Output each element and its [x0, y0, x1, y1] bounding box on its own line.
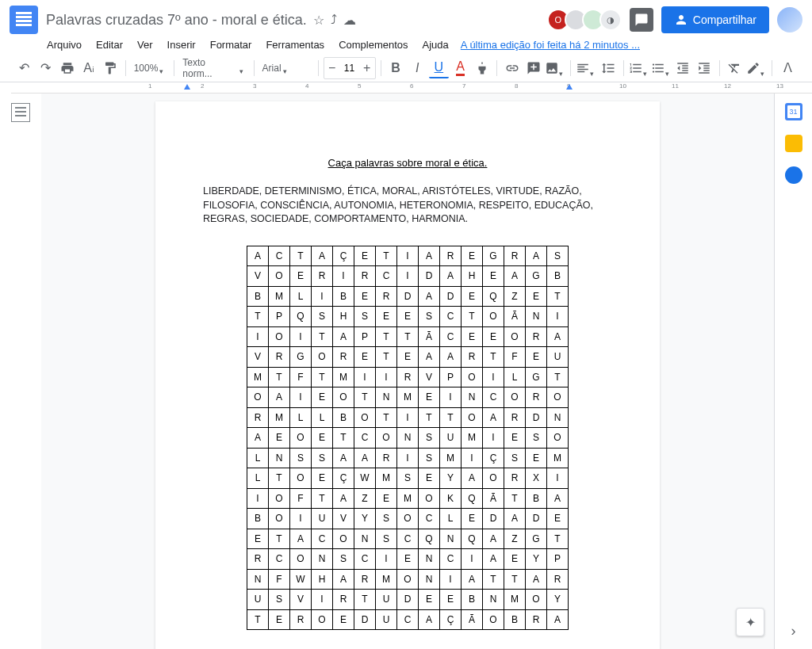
grid-cell[interactable]: S: [376, 529, 397, 549]
grid-cell[interactable]: R: [376, 286, 397, 307]
grid-cell[interactable]: C: [312, 529, 333, 549]
grid-cell[interactable]: T: [333, 428, 354, 449]
highlight-button[interactable]: [472, 58, 492, 78]
grid-cell[interactable]: A: [333, 448, 354, 468]
grid-cell[interactable]: I: [483, 367, 504, 387]
grid-cell[interactable]: E: [483, 326, 504, 347]
grid-cell[interactable]: O: [376, 428, 397, 449]
grid-cell[interactable]: O: [504, 326, 526, 347]
grid-cell[interactable]: V: [419, 367, 440, 387]
document-heading[interactable]: Caça palavras sobre moral e ética.: [203, 157, 612, 169]
grid-cell[interactable]: F: [504, 347, 526, 368]
grid-cell[interactable]: N: [247, 569, 269, 590]
grid-cell[interactable]: I: [312, 286, 333, 307]
grid-cell[interactable]: L: [504, 367, 526, 387]
grid-cell[interactable]: G: [483, 246, 504, 266]
grid-cell[interactable]: I: [397, 448, 419, 468]
grid-cell[interactable]: C: [354, 428, 376, 449]
grid-cell[interactable]: Z: [504, 529, 526, 549]
grid-cell[interactable]: S: [290, 448, 312, 468]
grid-cell[interactable]: M: [440, 448, 462, 468]
grid-cell[interactable]: P: [269, 307, 290, 327]
grid-cell[interactable]: I: [462, 448, 483, 468]
grid-cell[interactable]: G: [290, 347, 312, 368]
docs-logo-icon[interactable]: [10, 6, 38, 34]
grid-cell[interactable]: E: [504, 428, 526, 449]
grid-cell[interactable]: Q: [290, 307, 312, 327]
grid-cell[interactable]: E: [440, 590, 462, 610]
grid-cell[interactable]: O: [547, 428, 569, 449]
grid-cell[interactable]: A: [290, 529, 312, 549]
grid-cell[interactable]: Ç: [440, 609, 462, 630]
grid-cell[interactable]: O: [269, 488, 290, 509]
grid-cell[interactable]: M: [462, 428, 483, 449]
grid-cell[interactable]: E: [419, 468, 440, 489]
grid-cell[interactable]: A: [247, 428, 269, 449]
grid-cell[interactable]: D: [397, 590, 419, 610]
grid-cell[interactable]: B: [333, 407, 354, 428]
grid-cell[interactable]: A: [312, 246, 333, 266]
grid-cell[interactable]: D: [440, 286, 462, 307]
grid-cell[interactable]: T: [269, 468, 290, 489]
grid-cell[interactable]: O: [483, 307, 504, 327]
grid-cell[interactable]: E: [312, 387, 333, 408]
bold-button[interactable]: B: [386, 58, 406, 78]
grid-cell[interactable]: I: [290, 387, 312, 408]
grid-cell[interactable]: Z: [504, 286, 526, 307]
grid-cell[interactable]: I: [312, 590, 333, 610]
line-spacing-button[interactable]: [598, 58, 618, 78]
grid-cell[interactable]: X: [526, 468, 547, 489]
grid-cell[interactable]: R: [526, 609, 547, 630]
grid-cell[interactable]: A: [354, 448, 376, 468]
grid-cell[interactable]: U: [440, 428, 462, 449]
grid-cell[interactable]: Q: [462, 529, 483, 549]
grid-cell[interactable]: M: [269, 407, 290, 428]
grid-cell[interactable]: A: [547, 326, 569, 347]
grid-cell[interactable]: I: [440, 569, 462, 590]
share-button[interactable]: Compartilhar: [661, 6, 769, 33]
grid-cell[interactable]: N: [354, 529, 376, 549]
grid-cell[interactable]: E: [462, 326, 483, 347]
grid-cell[interactable]: O: [462, 407, 483, 428]
grid-cell[interactable]: I: [290, 326, 312, 347]
grid-cell[interactable]: N: [269, 448, 290, 468]
grid-cell[interactable]: L: [290, 407, 312, 428]
grid-cell[interactable]: E: [526, 448, 547, 468]
cloud-status-icon[interactable]: ☁: [343, 13, 356, 28]
grid-cell[interactable]: Ã: [462, 609, 483, 630]
spellcheck-button[interactable]: Aᵢ: [79, 58, 98, 78]
grid-cell[interactable]: N: [547, 407, 569, 428]
hide-sidebar-button[interactable]: ›: [791, 623, 796, 639]
grid-cell[interactable]: R: [247, 407, 269, 428]
italic-button[interactable]: I: [408, 58, 427, 78]
grid-cell[interactable]: D: [483, 509, 504, 529]
grid-cell[interactable]: O: [354, 407, 376, 428]
grid-cell[interactable]: T: [290, 246, 312, 266]
grid-cell[interactable]: M: [547, 448, 569, 468]
grid-cell[interactable]: T: [462, 307, 483, 327]
grid-cell[interactable]: A: [333, 326, 354, 347]
grid-cell[interactable]: T: [397, 326, 419, 347]
grid-cell[interactable]: R: [354, 569, 376, 590]
grid-cell[interactable]: C: [269, 549, 290, 570]
grid-cell[interactable]: I: [397, 246, 419, 266]
grid-cell[interactable]: S: [547, 246, 569, 266]
clear-formatting-button[interactable]: [725, 58, 745, 78]
grid-cell[interactable]: P: [440, 367, 462, 387]
grid-cell[interactable]: L: [440, 509, 462, 529]
grid-cell[interactable]: T: [247, 609, 269, 630]
grid-cell[interactable]: B: [333, 286, 354, 307]
grid-cell[interactable]: E: [483, 266, 504, 287]
grid-cell[interactable]: T: [504, 569, 526, 590]
grid-cell[interactable]: V: [290, 590, 312, 610]
grid-cell[interactable]: O: [526, 590, 547, 610]
grid-cell[interactable]: N: [462, 387, 483, 408]
grid-cell[interactable]: R: [526, 387, 547, 408]
page[interactable]: Caça palavras sobre moral e ética. LIBER…: [155, 101, 660, 649]
grid-cell[interactable]: T: [547, 529, 569, 549]
grid-cell[interactable]: L: [290, 286, 312, 307]
grid-cell[interactable]: E: [462, 286, 483, 307]
grid-cell[interactable]: A: [483, 407, 504, 428]
account-avatar[interactable]: [777, 7, 802, 32]
grid-cell[interactable]: T: [419, 407, 440, 428]
